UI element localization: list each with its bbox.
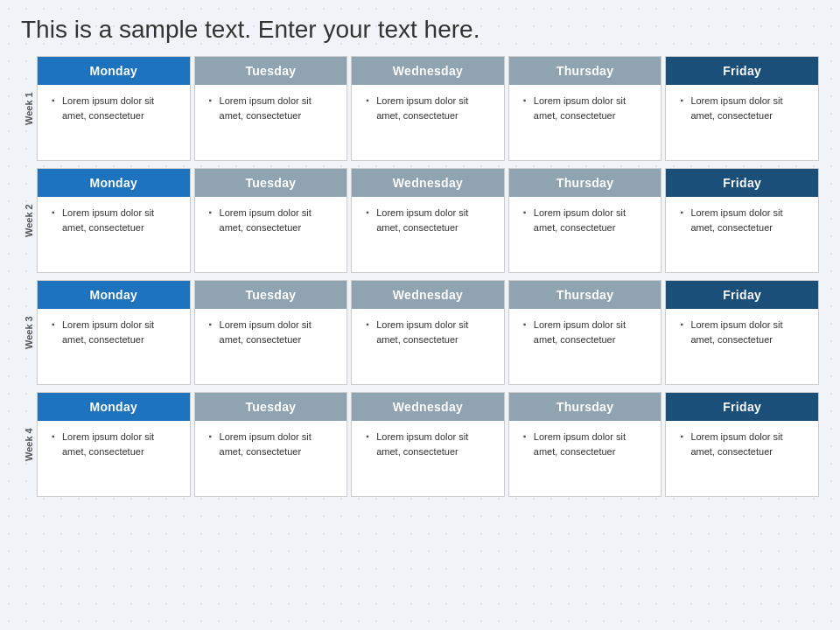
day-content-week4-tuesday: Lorem ipsum dolor sit amet, consectetuer	[211, 430, 339, 458]
day-cell-week4-wednesday: WednesdayLorem ipsum dolor sit amet, con…	[351, 392, 505, 497]
day-content-week2-friday: Lorem ipsum dolor sit amet, consectetuer	[682, 206, 809, 234]
day-header-week3-tuesday: Tuesday	[195, 281, 347, 309]
day-body-week4-wednesday: Lorem ipsum dolor sit amet, consectetuer	[352, 421, 504, 496]
day-header-week2-wednesday: Wednesday	[352, 169, 504, 197]
day-header-week3-friday: Friday	[666, 281, 818, 309]
day-header-week2-monday: Monday	[38, 169, 190, 197]
day-body-week2-wednesday: Lorem ipsum dolor sit amet, consectetuer	[352, 197, 504, 272]
day-cell-week4-thursday: ThursdayLorem ipsum dolor sit amet, cons…	[508, 392, 662, 497]
day-cell-week2-friday: FridayLorem ipsum dolor sit amet, consec…	[665, 168, 819, 273]
day-body-week3-tuesday: Lorem ipsum dolor sit amet, consectetuer	[195, 309, 347, 384]
day-cell-week1-tuesday: TuesdayLorem ipsum dolor sit amet, conse…	[194, 56, 348, 161]
day-body-week3-thursday: Lorem ipsum dolor sit amet, consectetuer	[509, 309, 662, 384]
day-header-week2-friday: Friday	[666, 169, 818, 197]
day-content-week4-thursday: Lorem ipsum dolor sit amet, consectetuer	[525, 430, 653, 458]
day-header-week3-thursday: Thursday	[509, 281, 662, 309]
day-header-week2-thursday: Thursday	[509, 169, 662, 197]
day-body-week1-tuesday: Lorem ipsum dolor sit amet, consectetuer	[195, 85, 347, 160]
day-cell-week4-tuesday: TuesdayLorem ipsum dolor sit amet, conse…	[194, 392, 348, 497]
day-content-week1-wednesday: Lorem ipsum dolor sit amet, consectetuer	[368, 94, 495, 122]
day-content-week4-friday: Lorem ipsum dolor sit amet, consectetuer	[682, 430, 809, 458]
days-grid-week-3: MondayLorem ipsum dolor sit amet, consec…	[37, 280, 819, 385]
week-row-4: Week 4MondayLorem ipsum dolor sit amet, …	[21, 392, 819, 497]
day-content-week2-wednesday: Lorem ipsum dolor sit amet, consectetuer	[368, 206, 495, 234]
day-body-week1-monday: Lorem ipsum dolor sit amet, consectetuer	[38, 85, 190, 160]
day-header-week4-tuesday: Tuesday	[195, 393, 347, 421]
day-header-week3-monday: Monday	[38, 281, 190, 309]
day-content-week3-wednesday: Lorem ipsum dolor sit amet, consectetuer	[368, 318, 495, 346]
day-body-week2-friday: Lorem ipsum dolor sit amet, consectetuer	[666, 197, 818, 272]
week-label-1: Week 1	[21, 56, 37, 161]
day-header-week1-monday: Monday	[38, 57, 190, 85]
day-header-week1-thursday: Thursday	[509, 57, 662, 85]
day-header-week1-tuesday: Tuesday	[195, 57, 347, 85]
day-content-week3-thursday: Lorem ipsum dolor sit amet, consectetuer	[525, 318, 653, 346]
day-content-week1-friday: Lorem ipsum dolor sit amet, consectetuer	[682, 94, 809, 122]
day-cell-week1-monday: MondayLorem ipsum dolor sit amet, consec…	[37, 56, 191, 161]
day-cell-week4-monday: MondayLorem ipsum dolor sit amet, consec…	[37, 392, 191, 497]
day-content-week3-tuesday: Lorem ipsum dolor sit amet, consectetuer	[211, 318, 339, 346]
day-content-week2-monday: Lorem ipsum dolor sit amet, consectetuer	[53, 206, 181, 234]
day-body-week4-friday: Lorem ipsum dolor sit amet, consectetuer	[666, 421, 818, 496]
day-body-week1-wednesday: Lorem ipsum dolor sit amet, consectetuer	[352, 85, 504, 160]
day-cell-week3-tuesday: TuesdayLorem ipsum dolor sit amet, conse…	[194, 280, 348, 385]
day-cell-week3-friday: FridayLorem ipsum dolor sit amet, consec…	[665, 280, 819, 385]
page-container: This is a sample text. Enter your text h…	[0, 0, 840, 514]
day-header-week4-wednesday: Wednesday	[352, 393, 504, 421]
day-header-week2-tuesday: Tuesday	[195, 169, 347, 197]
day-header-week4-friday: Friday	[666, 393, 818, 421]
days-grid-week-4: MondayLorem ipsum dolor sit amet, consec…	[37, 392, 819, 497]
day-body-week2-monday: Lorem ipsum dolor sit amet, consectetuer	[38, 197, 190, 272]
day-body-week1-thursday: Lorem ipsum dolor sit amet, consectetuer	[509, 85, 662, 160]
day-cell-week3-thursday: ThursdayLorem ipsum dolor sit amet, cons…	[508, 280, 662, 385]
day-header-week4-monday: Monday	[38, 393, 190, 421]
day-content-week4-wednesday: Lorem ipsum dolor sit amet, consectetuer	[368, 430, 495, 458]
day-content-week4-monday: Lorem ipsum dolor sit amet, consectetuer	[53, 430, 181, 458]
day-header-week3-wednesday: Wednesday	[352, 281, 504, 309]
day-body-week2-tuesday: Lorem ipsum dolor sit amet, consectetuer	[195, 197, 347, 272]
day-header-week1-wednesday: Wednesday	[352, 57, 504, 85]
day-cell-week3-monday: MondayLorem ipsum dolor sit amet, consec…	[37, 280, 191, 385]
day-content-week3-friday: Lorem ipsum dolor sit amet, consectetuer	[682, 318, 809, 346]
week-label-3: Week 3	[21, 280, 37, 385]
week-row-3: Week 3MondayLorem ipsum dolor sit amet, …	[21, 280, 819, 385]
day-body-week3-friday: Lorem ipsum dolor sit amet, consectetuer	[666, 309, 818, 384]
week-label-4: Week 4	[21, 392, 37, 497]
day-content-week2-thursday: Lorem ipsum dolor sit amet, consectetuer	[525, 206, 653, 234]
week-label-2: Week 2	[21, 168, 37, 273]
day-cell-week1-wednesday: WednesdayLorem ipsum dolor sit amet, con…	[351, 56, 505, 161]
day-cell-week1-thursday: ThursdayLorem ipsum dolor sit amet, cons…	[508, 56, 662, 161]
week-row-2: Week 2MondayLorem ipsum dolor sit amet, …	[21, 168, 819, 273]
page-title: This is a sample text. Enter your text h…	[21, 16, 819, 44]
day-header-week4-thursday: Thursday	[509, 393, 662, 421]
day-header-week1-friday: Friday	[666, 57, 818, 85]
day-content-week3-monday: Lorem ipsum dolor sit amet, consectetuer	[53, 318, 181, 346]
day-cell-week1-friday: FridayLorem ipsum dolor sit amet, consec…	[665, 56, 819, 161]
days-grid-week-1: MondayLorem ipsum dolor sit amet, consec…	[37, 56, 819, 161]
day-body-week2-thursday: Lorem ipsum dolor sit amet, consectetuer	[509, 197, 662, 272]
day-cell-week2-monday: MondayLorem ipsum dolor sit amet, consec…	[37, 168, 191, 273]
days-grid-week-2: MondayLorem ipsum dolor sit amet, consec…	[37, 168, 819, 273]
day-body-week4-monday: Lorem ipsum dolor sit amet, consectetuer	[38, 421, 190, 496]
day-cell-week2-tuesday: TuesdayLorem ipsum dolor sit amet, conse…	[194, 168, 348, 273]
day-content-week1-monday: Lorem ipsum dolor sit amet, consectetuer	[53, 94, 181, 122]
day-body-week4-thursday: Lorem ipsum dolor sit amet, consectetuer	[509, 421, 662, 496]
day-content-week2-tuesday: Lorem ipsum dolor sit amet, consectetuer	[211, 206, 339, 234]
week-row-1: Week 1MondayLorem ipsum dolor sit amet, …	[21, 56, 819, 161]
calendar-wrapper: Week 1MondayLorem ipsum dolor sit amet, …	[21, 56, 819, 504]
day-body-week1-friday: Lorem ipsum dolor sit amet, consectetuer	[666, 85, 818, 160]
day-content-week1-thursday: Lorem ipsum dolor sit amet, consectetuer	[525, 94, 653, 122]
day-body-week3-monday: Lorem ipsum dolor sit amet, consectetuer	[38, 309, 190, 384]
day-body-week4-tuesday: Lorem ipsum dolor sit amet, consectetuer	[195, 421, 347, 496]
day-body-week3-wednesday: Lorem ipsum dolor sit amet, consectetuer	[352, 309, 504, 384]
day-cell-week3-wednesday: WednesdayLorem ipsum dolor sit amet, con…	[351, 280, 505, 385]
day-content-week1-tuesday: Lorem ipsum dolor sit amet, consectetuer	[211, 94, 339, 122]
day-cell-week2-thursday: ThursdayLorem ipsum dolor sit amet, cons…	[508, 168, 662, 273]
day-cell-week4-friday: FridayLorem ipsum dolor sit amet, consec…	[665, 392, 819, 497]
day-cell-week2-wednesday: WednesdayLorem ipsum dolor sit amet, con…	[351, 168, 505, 273]
